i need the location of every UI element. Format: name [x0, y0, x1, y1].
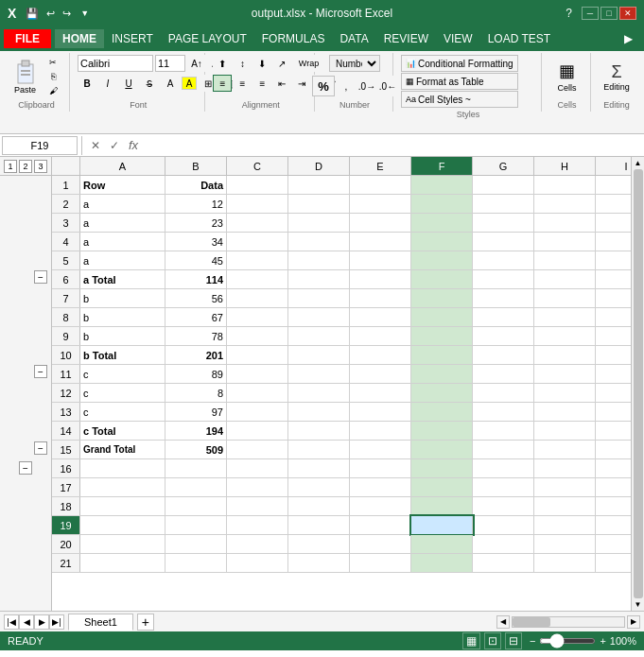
scroll-down-button[interactable]: ▼ — [635, 600, 642, 609]
cell[interactable] — [80, 554, 165, 572]
align-center-button[interactable]: ≡ — [233, 75, 252, 92]
cell[interactable] — [350, 384, 411, 402]
cell[interactable] — [165, 497, 227, 515]
customize-icon[interactable]: ▼ — [80, 9, 89, 18]
cell[interactable] — [350, 365, 411, 383]
add-sheet-button[interactable]: + — [137, 614, 154, 631]
zoom-slider[interactable] — [539, 638, 596, 644]
cell[interactable] — [473, 422, 534, 440]
cell[interactable]: 78 — [165, 327, 227, 345]
cell[interactable] — [534, 214, 596, 232]
conditional-formatting-button[interactable]: 📊 Conditional Formatting — [401, 55, 518, 72]
align-bottom-button[interactable]: ⬇ — [252, 55, 271, 72]
cell[interactable] — [165, 516, 227, 534]
font-name-input[interactable] — [78, 55, 153, 72]
cell[interactable] — [411, 176, 473, 194]
row-number[interactable]: 6 — [52, 270, 80, 288]
cell[interactable] — [350, 497, 411, 515]
cell[interactable] — [165, 554, 227, 572]
cell[interactable] — [596, 497, 631, 515]
cell[interactable] — [227, 459, 288, 477]
cell[interactable]: 34 — [165, 233, 227, 251]
row-number[interactable]: 9 — [52, 327, 80, 345]
zoom-level[interactable]: 100% — [610, 635, 636, 647]
cell[interactable] — [288, 176, 350, 194]
view-normal-button[interactable]: ▦ — [462, 632, 480, 649]
collapse-group-b-button[interactable]: − — [34, 365, 47, 378]
col-header-b[interactable]: B — [165, 157, 227, 175]
cell[interactable] — [411, 441, 473, 458]
more-menu-item[interactable]: ▶ — [617, 29, 640, 48]
file-menu-button[interactable]: FILE — [4, 29, 51, 48]
cell[interactable] — [288, 251, 350, 269]
cell[interactable]: b — [80, 289, 165, 307]
insert-menu-item[interactable]: INSERT — [104, 29, 161, 48]
cell[interactable] — [473, 497, 534, 515]
cell[interactable] — [473, 308, 534, 326]
cell[interactable] — [473, 441, 534, 458]
cell[interactable] — [473, 270, 534, 288]
col-header-d[interactable]: D — [288, 157, 350, 175]
cell[interactable] — [350, 327, 411, 345]
cell[interactable] — [534, 497, 596, 515]
cell[interactable] — [227, 233, 288, 251]
cell[interactable] — [350, 270, 411, 288]
undo-icon[interactable]: ↩ — [46, 8, 55, 20]
cell[interactable] — [411, 308, 473, 326]
cell[interactable] — [473, 176, 534, 194]
decrease-decimal-button[interactable]: .0← — [378, 76, 397, 96]
cell[interactable]: c Total — [80, 422, 165, 440]
zoom-out-button[interactable]: − — [530, 635, 535, 647]
cell[interactable] — [534, 403, 596, 421]
cell[interactable] — [411, 289, 473, 307]
cell[interactable]: c — [80, 384, 165, 402]
cell[interactable] — [596, 308, 631, 326]
cell[interactable]: Row — [80, 176, 165, 194]
format-painter-button[interactable]: 🖌 — [43, 84, 63, 97]
cell[interactable] — [288, 384, 350, 402]
formulas-menu-item[interactable]: FORMULAS — [254, 29, 333, 48]
cell[interactable] — [534, 270, 596, 288]
cell[interactable] — [227, 478, 288, 496]
cell[interactable]: 89 — [165, 365, 227, 383]
cell[interactable] — [534, 422, 596, 440]
row-number[interactable]: 21 — [52, 554, 80, 572]
cell[interactable] — [411, 384, 473, 402]
cell[interactable] — [288, 459, 350, 477]
decrease-indent-button[interactable]: ⇤ — [272, 75, 291, 92]
close-button[interactable]: ✕ — [619, 7, 636, 20]
outline-level-1-button[interactable]: 1 — [4, 160, 17, 173]
cell[interactable] — [411, 422, 473, 440]
cell[interactable] — [288, 365, 350, 383]
col-header-c[interactable]: C — [227, 157, 288, 175]
view-break-button[interactable]: ⊟ — [505, 632, 522, 649]
cell[interactable] — [80, 478, 165, 496]
page-layout-menu-item[interactable]: PAGE LAYOUT — [161, 29, 254, 48]
bold-button[interactable]: B — [78, 75, 96, 92]
cell[interactable] — [596, 516, 631, 534]
cell[interactable] — [227, 270, 288, 288]
cell[interactable] — [350, 554, 411, 572]
cell[interactable] — [411, 195, 473, 213]
cell[interactable] — [288, 289, 350, 307]
cell[interactable] — [473, 346, 534, 364]
cell[interactable] — [288, 422, 350, 440]
cell[interactable] — [596, 403, 631, 421]
row-number[interactable]: 7 — [52, 289, 80, 307]
cell[interactable] — [350, 478, 411, 496]
restore-button[interactable]: □ — [600, 7, 618, 20]
row-number[interactable]: 18 — [52, 497, 80, 515]
font-color-button[interactable]: A — [161, 75, 180, 92]
view-menu-item[interactable]: VIEW — [436, 29, 480, 48]
cell[interactable] — [473, 251, 534, 269]
cell[interactable] — [288, 214, 350, 232]
help-icon[interactable]: ? — [566, 7, 572, 20]
save-icon[interactable]: 💾 — [26, 8, 39, 20]
cell[interactable] — [473, 289, 534, 307]
cell[interactable] — [80, 535, 165, 553]
cell[interactable] — [227, 516, 288, 534]
autosum-button[interactable]: Σ Editing — [601, 61, 632, 94]
cell[interactable] — [227, 195, 288, 213]
cell[interactable] — [411, 516, 473, 534]
cell[interactable] — [596, 422, 631, 440]
